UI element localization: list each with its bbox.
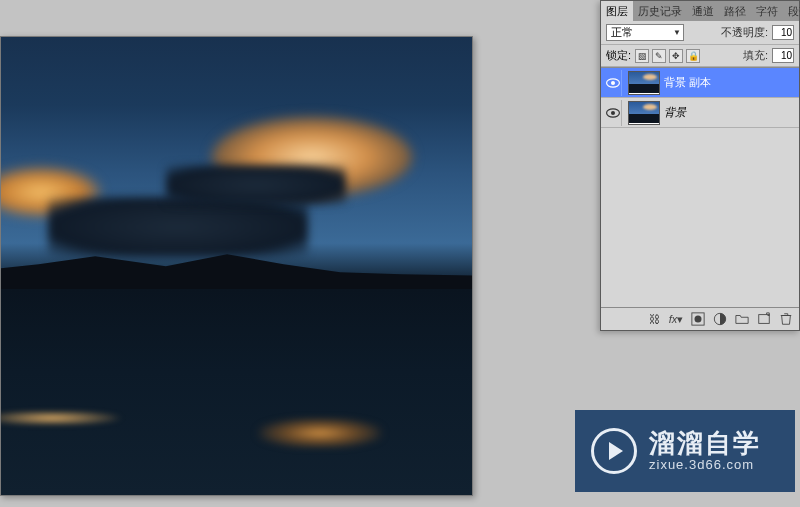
reflection-decoration [260,418,380,448]
lock-pixels-icon[interactable]: ✎ [652,49,666,63]
opacity-label: 不透明度: [721,25,768,40]
panel-tabs: 图层 历史记录 通道 路径 字符 段落 [601,1,799,21]
adjustment-layer-button[interactable] [711,311,729,327]
tab-paths[interactable]: 路径 [719,1,751,21]
layer-effects-button[interactable]: fx▾ [667,311,685,327]
tab-paragraph[interactable]: 段落 [783,1,800,21]
tab-history[interactable]: 历史记录 [633,1,687,21]
lock-transparency-icon[interactable]: ▧ [635,49,649,63]
layer-thumbnail[interactable] [628,101,660,125]
badge-subtitle: zixue.3d66.com [649,458,761,473]
new-group-button[interactable] [733,311,751,327]
layer-thumbnail[interactable] [628,71,660,95]
svg-point-5 [695,316,702,323]
layers-list: 背景 副本 背景 [601,67,799,308]
link-layers-button[interactable]: ⛓ [645,311,663,327]
chevron-down-icon: ▼ [673,28,681,37]
new-layer-button[interactable] [755,311,773,327]
visibility-toggle[interactable] [604,100,622,126]
lock-label: 锁定: [606,48,631,63]
layer-name-label: 背景 副本 [664,75,711,90]
reflection-decoration [1,411,117,426]
lock-position-icon[interactable]: ✥ [669,49,683,63]
badge-text: 溜溜自学 zixue.3d66.com [649,429,761,474]
layer-name-label: 背景 [664,105,686,120]
delete-layer-button[interactable] [777,311,795,327]
layers-empty-area[interactable] [601,128,799,308]
lock-all-icon[interactable]: 🔒 [686,49,700,63]
blend-opacity-row: 正常 ▼ 不透明度: 10 [601,21,799,45]
mountain-decoration [1,252,472,292]
water-decoration [1,289,472,495]
svg-point-3 [610,110,614,114]
eye-icon [606,108,620,118]
fill-input[interactable]: 10 [772,48,794,63]
eye-icon [606,78,620,88]
lock-fill-row: 锁定: ▧ ✎ ✥ 🔒 填充: 10 [601,45,799,67]
tab-channels[interactable]: 通道 [687,1,719,21]
document-canvas[interactable] [0,36,473,496]
svg-point-1 [610,80,614,84]
fill-label: 填充: [743,48,768,63]
canvas-image [1,37,472,495]
badge-title: 溜溜自学 [649,429,761,459]
opacity-input[interactable]: 10 [772,25,794,40]
play-logo-icon [591,428,637,474]
layer-row[interactable]: 背景 [601,98,799,128]
add-mask-button[interactable] [689,311,707,327]
cloud-decoration [166,165,346,205]
layers-panel-footer: ⛓ fx▾ [601,308,799,330]
blend-mode-select[interactable]: 正常 ▼ [606,24,684,41]
blend-mode-value: 正常 [611,25,633,40]
tab-character[interactable]: 字符 [751,1,783,21]
visibility-toggle[interactable] [604,70,622,96]
lock-icon-group: ▧ ✎ ✥ 🔒 [635,49,700,63]
layer-row[interactable]: 背景 副本 [601,68,799,98]
tab-layers[interactable]: 图层 [601,1,633,21]
cloud-decoration [48,197,308,257]
layers-panel: 图层 历史记录 通道 路径 字符 段落 正常 ▼ 不透明度: 10 锁定: ▧ … [600,0,800,331]
watermark-badge: 溜溜自学 zixue.3d66.com [575,410,795,492]
